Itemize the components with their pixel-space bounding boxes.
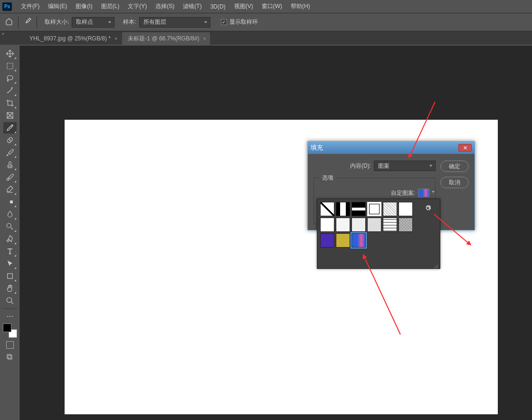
menu-layer[interactable]: 图层(L) <box>97 2 124 10</box>
tab-label: 未标题-1 @ 66.7%(RGB/8#) <box>128 35 199 43</box>
hand-tool[interactable] <box>3 283 17 294</box>
pattern-swatch[interactable] <box>336 233 350 248</box>
menu-bar: Ps 文件(F) 编辑(E) 图像(I) 图层(L) 文字(Y) 选择(S) 滤… <box>0 0 532 13</box>
pattern-swatch[interactable] <box>367 202 381 216</box>
content-dropdown[interactable]: 图案 <box>374 161 436 171</box>
sample-label: 样本: <box>123 18 136 26</box>
color-swatches[interactable] <box>3 324 17 338</box>
dialog-titlebar[interactable]: 填充 ✕ <box>308 142 475 154</box>
svg-rect-0 <box>7 63 13 69</box>
dodge-tool[interactable] <box>3 221 17 232</box>
pattern-thumbnail-dropdown[interactable] <box>418 189 429 197</box>
svg-point-1 <box>7 76 13 80</box>
pattern-swatch[interactable] <box>352 218 366 232</box>
pattern-swatch[interactable] <box>367 218 381 232</box>
wand-tool[interactable] <box>3 85 17 96</box>
pen-tool[interactable] <box>3 233 17 245</box>
close-icon[interactable]: ✕ <box>458 144 472 152</box>
eyedropper-tool[interactable] <box>3 122 17 134</box>
sample-dropdown[interactable]: 所有图层 <box>139 17 210 28</box>
menu-file[interactable]: 文件(F) <box>17 2 44 10</box>
options-group-label: 选项 <box>320 174 336 182</box>
svg-rect-6 <box>7 200 10 203</box>
pattern-swatch[interactable] <box>320 233 334 248</box>
type-tool[interactable] <box>3 246 17 257</box>
pattern-swatch[interactable] <box>320 218 334 232</box>
pattern-swatch[interactable] <box>336 218 350 232</box>
pattern-swatch[interactable] <box>352 202 366 216</box>
gear-icon[interactable] <box>425 205 431 211</box>
ok-button[interactable]: 确定 <box>440 161 469 172</box>
tab-1[interactable]: 未标题-1 @ 66.7%(RGB/8#) × <box>122 32 210 45</box>
show-ring-label: 显示取样环 <box>229 18 258 26</box>
eraser-tool[interactable] <box>3 184 17 195</box>
separator <box>37 17 37 28</box>
blur-tool[interactable] <box>3 209 17 220</box>
show-ring-checkbox[interactable] <box>221 19 227 25</box>
sample-size-label: 取样大小: <box>45 18 69 26</box>
svg-rect-11 <box>7 354 11 358</box>
document-tabs: YHL_8937.jpg @ 25%(RGB/8) * × 未标题-1 @ 66… <box>0 31 532 45</box>
content-value: 图案 <box>378 162 390 170</box>
tab-0[interactable]: YHL_8937.jpg @ 25%(RGB/8) * × <box>24 32 121 45</box>
lasso-tool[interactable] <box>3 73 17 84</box>
pattern-swatch-selected[interactable] <box>352 233 366 248</box>
svg-point-4 <box>7 178 9 181</box>
toolbox: ⋯ <box>0 46 20 420</box>
sample-size-value: 取样点 <box>76 18 93 26</box>
svg-point-7 <box>7 223 11 228</box>
home-icon[interactable] <box>5 18 13 27</box>
toolbox-divider <box>3 308 17 309</box>
sample-size-dropdown[interactable]: 取样点 <box>72 17 114 28</box>
separator <box>18 17 19 28</box>
stamp-tool[interactable] <box>3 159 17 171</box>
pattern-swatch[interactable] <box>383 202 397 216</box>
gradient-tool[interactable] <box>3 196 17 208</box>
pattern-swatch[interactable] <box>383 218 397 232</box>
svg-rect-8 <box>7 274 12 279</box>
foreground-color[interactable] <box>3 324 11 332</box>
tab-label: YHL_8937.jpg @ 25%(RGB/8) * <box>29 35 111 42</box>
close-icon[interactable]: × <box>114 36 117 41</box>
crop-tool[interactable] <box>3 97 17 109</box>
brush-tool[interactable] <box>3 147 17 158</box>
pattern-picker <box>317 199 440 269</box>
resize-grip-icon[interactable] <box>433 262 438 267</box>
custom-pattern-label: 自定图案: <box>391 189 415 197</box>
doc-marker: » <box>0 31 7 39</box>
pattern-swatch[interactable] <box>399 202 413 216</box>
menu-window[interactable]: 窗口(W) <box>257 2 286 10</box>
pattern-swatch[interactable] <box>320 202 334 216</box>
menu-image[interactable]: 图像(I) <box>71 2 96 10</box>
svg-rect-10 <box>8 355 12 359</box>
path-select-tool[interactable] <box>3 258 17 269</box>
shape-tool[interactable] <box>3 270 17 282</box>
pattern-swatch[interactable] <box>336 202 350 216</box>
zoom-tool[interactable] <box>3 295 17 306</box>
dialog-title: 填充 <box>311 143 458 152</box>
edit-toolbar[interactable]: ⋯ <box>3 311 17 322</box>
marquee-tool[interactable] <box>3 60 17 72</box>
menu-view[interactable]: 视图(V) <box>230 2 257 10</box>
quickmask-tool[interactable] <box>5 340 15 350</box>
svg-point-9 <box>7 297 12 303</box>
eyedropper-icon[interactable] <box>23 17 32 27</box>
heal-tool[interactable] <box>3 134 17 146</box>
cancel-button[interactable]: 取消 <box>440 177 469 188</box>
menu-3d[interactable]: 3D(D) <box>206 3 230 10</box>
menu-edit[interactable]: 编辑(E) <box>44 2 71 10</box>
menu-type[interactable]: 文字(Y) <box>124 2 151 10</box>
close-icon[interactable]: × <box>203 36 206 41</box>
move-tool[interactable] <box>3 48 17 59</box>
menu-filter[interactable]: 滤镜(T) <box>179 2 206 10</box>
content-label: 内容(D): <box>350 162 371 170</box>
sample-value: 所有图层 <box>143 18 166 26</box>
frame-tool[interactable] <box>3 110 17 121</box>
show-ring-option[interactable]: 显示取样环 <box>221 18 258 26</box>
menu-select[interactable]: 选择(S) <box>151 2 179 10</box>
pattern-swatch[interactable] <box>399 218 413 232</box>
screenmode-tool[interactable] <box>5 352 15 363</box>
app-icon: Ps <box>2 2 12 11</box>
menu-help[interactable]: 帮助(H) <box>286 2 314 10</box>
history-brush-tool[interactable] <box>3 172 17 183</box>
